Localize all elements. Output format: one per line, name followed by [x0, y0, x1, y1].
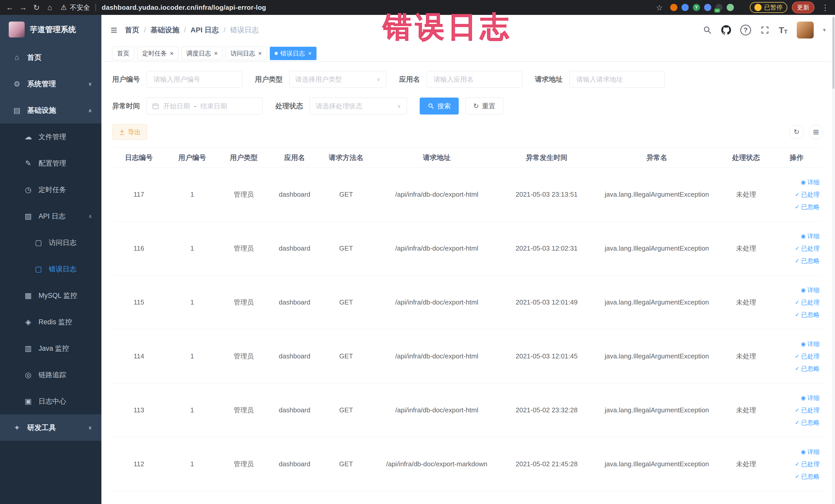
- ignored-link[interactable]: ✓已忽略: [795, 311, 820, 319]
- request-url-input[interactable]: [569, 71, 665, 88]
- cell-error-time: 2021-05-03 12:02:31: [502, 222, 591, 276]
- paused-badge[interactable]: 已暂停: [750, 2, 787, 13]
- refresh-button[interactable]: ↻: [789, 125, 804, 139]
- sidebar-item-3[interactable]: ☁文件管理: [0, 123, 101, 150]
- extension-green-y[interactable]: Y: [693, 4, 700, 11]
- ignored-link[interactable]: ✓已忽略: [795, 472, 820, 481]
- sidebar-item-5[interactable]: ◷定时任务: [0, 176, 101, 203]
- breadcrumb-item[interactable]: 首页: [125, 25, 139, 35]
- view-tab-4[interactable]: 错误日志×: [270, 47, 317, 60]
- extension-puzzle[interactable]: [738, 4, 745, 11]
- github-icon[interactable]: [721, 25, 731, 35]
- app-name-input[interactable]: [427, 71, 522, 88]
- cell-user-type: 管理员: [219, 168, 269, 222]
- browser-menu-icon[interactable]: ⋮: [819, 1, 831, 14]
- ignored-link[interactable]: ✓已忽略: [795, 419, 820, 427]
- hamburger-icon[interactable]: ≡: [110, 24, 117, 36]
- detail-link[interactable]: ◉详细: [801, 286, 820, 294]
- action-label: 详细: [807, 340, 820, 348]
- breadcrumb-item[interactable]: API 日志: [190, 25, 219, 35]
- security-warning-icon[interactable]: ⚠: [61, 3, 67, 12]
- close-icon[interactable]: ×: [214, 50, 218, 57]
- sidebar-item-1[interactable]: ⚙系统管理∨: [0, 70, 101, 97]
- page-scrollbar[interactable]: [832, 15, 835, 504]
- export-button[interactable]: 导出: [112, 124, 147, 140]
- sidebar-item-2[interactable]: ▤基础设施∧: [0, 97, 101, 123]
- view-tab-1[interactable]: 定时任务×: [137, 47, 178, 60]
- fullscreen-icon[interactable]: [760, 25, 770, 35]
- extension-leaf[interactable]: [727, 4, 734, 11]
- search-icon[interactable]: [703, 25, 712, 35]
- extension-grid[interactable]: [704, 4, 711, 11]
- sidebar-item-14[interactable]: ✦研发工具∨: [0, 415, 101, 441]
- sidebar-item-12[interactable]: ◎链路追踪: [0, 362, 101, 388]
- bookmark-star-icon[interactable]: ☆: [653, 1, 666, 14]
- processed-link[interactable]: ✓已处理: [795, 352, 820, 361]
- tab-label: 调度日志: [186, 49, 211, 58]
- detail-link[interactable]: ◉详细: [801, 232, 820, 240]
- check-icon: ✓: [795, 311, 799, 318]
- sidebar-item-4[interactable]: ✎配置管理: [0, 150, 101, 176]
- view-tab-2[interactable]: 调度日志×: [182, 47, 223, 60]
- sidebar-item-11[interactable]: ▥Java 监控: [0, 335, 101, 362]
- export-button-label: 导出: [128, 128, 141, 136]
- error-log-table: 日志编号用户编号用户类型应用名请求方法名请求地址异常发生时间异常名处理状态操作 …: [112, 147, 823, 491]
- search-button[interactable]: 搜索: [420, 98, 459, 115]
- exception-time-range-picker[interactable]: 开始日期 - 结束日期: [147, 98, 263, 115]
- column-settings-button[interactable]: ⊞: [809, 125, 823, 139]
- breadcrumb-item[interactable]: 基础设施: [150, 25, 179, 35]
- extension-dark[interactable]: on: [715, 4, 722, 11]
- detail-link[interactable]: ◉详细: [801, 448, 820, 456]
- logo[interactable]: 芋道管理系统: [0, 15, 101, 44]
- processed-link[interactable]: ✓已处理: [795, 190, 820, 199]
- user-type-select[interactable]: 请选择用户类型 ∨: [289, 71, 386, 88]
- url-text[interactable]: dashboard.yudao.iocoder.cn/infra/log/api…: [102, 4, 266, 12]
- reset-button[interactable]: ↻ 重置: [465, 98, 503, 115]
- sidebar-item-8[interactable]: ▢错误日志: [0, 256, 101, 282]
- ignored-link[interactable]: ✓已忽略: [795, 365, 820, 373]
- processed-link[interactable]: ✓已处理: [795, 244, 820, 253]
- detail-link[interactable]: ◉详细: [801, 178, 820, 186]
- sidebar-item-9[interactable]: ▦MySQL 监控: [0, 282, 101, 309]
- chevron-up-icon: ∧: [88, 213, 92, 219]
- caret-down-icon[interactable]: ▾: [823, 27, 826, 33]
- close-icon[interactable]: ×: [258, 50, 262, 57]
- sidebar-item-7[interactable]: ▢访问日志: [0, 229, 101, 256]
- view-tab-3[interactable]: 访问日志×: [226, 47, 267, 60]
- processed-link[interactable]: ✓已处理: [795, 406, 820, 415]
- cell-request-url: /api/infra/db-doc/export-html: [372, 383, 502, 437]
- action-label: 已忽略: [801, 419, 820, 427]
- sidebar: 芋道管理系统 ⌂首页⚙系统管理∨▤基础设施∧☁文件管理✎配置管理◷定时任务▧AP…: [0, 15, 101, 504]
- column-header: 日志编号: [112, 148, 166, 168]
- help-icon[interactable]: ?: [740, 25, 751, 36]
- process-status-select[interactable]: 请选择处理状态 ∨: [310, 98, 407, 115]
- home-icon: ⌂: [12, 53, 22, 62]
- browser-home-icon[interactable]: ⌂: [44, 1, 56, 14]
- close-icon[interactable]: ×: [170, 50, 174, 57]
- extension-blue-drop[interactable]: [681, 4, 689, 11]
- security-label[interactable]: 不安全: [70, 3, 90, 12]
- check-icon: ✓: [795, 473, 799, 480]
- update-button[interactable]: 更新: [792, 2, 814, 13]
- avatar[interactable]: [797, 22, 814, 39]
- view-tab-0[interactable]: 首页: [112, 47, 134, 60]
- sidebar-item-6[interactable]: ▧API 日志∧: [0, 203, 101, 229]
- forward-icon[interactable]: →: [17, 1, 29, 14]
- reload-icon[interactable]: ↻: [30, 1, 43, 14]
- check-icon: ✓: [795, 365, 799, 372]
- back-icon[interactable]: ←: [4, 1, 16, 14]
- page-scrollbar-thumb[interactable]: [832, 17, 834, 89]
- processed-link[interactable]: ✓已处理: [795, 460, 820, 468]
- sidebar-item-10[interactable]: ◈Redis 监控: [0, 309, 101, 335]
- detail-link[interactable]: ◉详细: [801, 394, 820, 402]
- sidebar-item-0[interactable]: ⌂首页: [0, 44, 101, 70]
- detail-link[interactable]: ◉详细: [801, 340, 820, 348]
- extension-orange[interactable]: [670, 4, 677, 11]
- sidebar-item-13[interactable]: ▣日志中心: [0, 388, 101, 415]
- close-icon[interactable]: ×: [308, 50, 312, 57]
- ignored-link[interactable]: ✓已忽略: [795, 257, 820, 265]
- ignored-link[interactable]: ✓已忽略: [795, 203, 820, 211]
- font-size-icon[interactable]: TT: [779, 25, 788, 35]
- processed-link[interactable]: ✓已处理: [795, 298, 820, 306]
- user-id-input[interactable]: [147, 71, 242, 88]
